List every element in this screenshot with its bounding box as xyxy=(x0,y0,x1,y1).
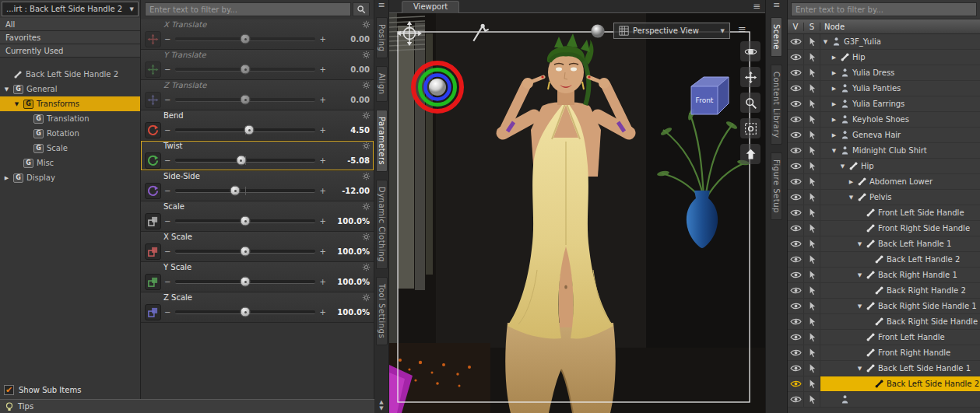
selection-cursor-icon[interactable] xyxy=(804,50,820,65)
slider-value[interactable]: -12.00 xyxy=(329,187,370,195)
scene-node-cell[interactable]: ▼Back Right Side Handle 1 xyxy=(820,299,980,313)
scene-node-row[interactable]: ▼Pelvis xyxy=(788,190,980,205)
slider-value[interactable]: 0.00 xyxy=(329,96,370,104)
group-tree-item[interactable]: GRotation xyxy=(0,126,140,141)
slider-track[interactable] xyxy=(175,250,314,254)
visibility-eye-icon[interactable] xyxy=(788,81,804,96)
scene-node-row[interactable]: Back Left Handle 2 xyxy=(788,252,980,268)
selection-cursor-icon[interactable] xyxy=(804,299,820,313)
visibility-eye-icon[interactable] xyxy=(788,361,804,376)
scene-node-cell[interactable]: Back Left Side Handle 2 xyxy=(820,376,980,391)
group-tree-item[interactable]: GScale xyxy=(0,141,140,156)
scene-node-row[interactable] xyxy=(788,392,980,408)
visibility-eye-icon[interactable] xyxy=(788,345,804,360)
collapse-icon[interactable]: ▼ xyxy=(3,86,10,93)
rotation-gizmo[interactable] xyxy=(413,63,462,111)
parameter-filter-input[interactable] xyxy=(145,2,351,16)
collapse-icon[interactable]: ▼ xyxy=(848,194,855,201)
view-selector-dropdown[interactable]: Perspective View ▼ xyxy=(613,23,730,39)
scene-node-cell[interactable]: ▶Yulia Earrings xyxy=(820,96,980,111)
scene-node-row[interactable]: ▶Geneva Hair xyxy=(788,128,980,143)
visibility-eye-icon[interactable] xyxy=(788,159,804,173)
selection-cursor-icon[interactable] xyxy=(804,392,820,407)
slider-value[interactable]: -5.08 xyxy=(329,156,370,165)
scene-node-row[interactable]: Front Right Side Handle xyxy=(788,221,980,236)
slider-increment-button[interactable]: + xyxy=(320,187,326,195)
expand-icon[interactable]: ▶ xyxy=(831,132,838,138)
scene-node-row[interactable]: ▼Back Right Handle 1 xyxy=(788,268,980,283)
gear-icon[interactable] xyxy=(362,202,371,211)
selection-cursor-icon[interactable] xyxy=(804,34,820,49)
scene-node-row[interactable]: ▼Hip xyxy=(788,159,980,174)
tab-parameters[interactable]: Parameters xyxy=(376,110,388,172)
group-tree-item[interactable]: ▼GGeneral xyxy=(0,82,140,96)
sidebar-item-favorites[interactable]: Favorites xyxy=(0,31,140,44)
scene-node-cell[interactable]: ▼G3F_Yulia xyxy=(820,34,980,49)
collapse-icon[interactable]: ▼ xyxy=(831,148,838,154)
scene-node-row[interactable]: ▶Yulia Dress xyxy=(788,65,980,81)
selection-cursor-icon[interactable] xyxy=(804,283,820,298)
slider-track[interactable] xyxy=(175,37,314,41)
scene-node-cell[interactable]: ▶Hip xyxy=(820,50,980,65)
column-selection[interactable]: S xyxy=(804,23,820,31)
visibility-eye-icon[interactable] xyxy=(788,392,804,407)
tab-dynamic-clothing[interactable]: Dynamic Clothing xyxy=(376,180,388,269)
gear-icon[interactable] xyxy=(362,233,371,241)
slider-handle[interactable] xyxy=(241,95,251,105)
slider-handle[interactable] xyxy=(230,186,241,196)
slider-increment-button[interactable]: + xyxy=(320,35,326,44)
slider-increment-button[interactable]: + xyxy=(320,126,326,135)
slider-track[interactable] xyxy=(175,310,314,314)
slider-handle[interactable] xyxy=(236,156,246,166)
orbit-icon[interactable] xyxy=(740,41,760,61)
slider-track[interactable] xyxy=(175,98,314,102)
gear-icon[interactable] xyxy=(362,293,371,302)
expand-icon[interactable]: ▶ xyxy=(848,179,855,185)
gear-icon[interactable] xyxy=(362,263,371,271)
scene-node-row[interactable]: ▶Hip xyxy=(788,50,980,65)
selection-cursor-icon[interactable] xyxy=(804,314,820,329)
tab-scene[interactable]: Scene xyxy=(771,17,782,57)
selection-cursor-icon[interactable] xyxy=(804,205,820,220)
selection-cursor-icon[interactable] xyxy=(804,268,820,282)
node-selection-tool-icon[interactable] xyxy=(470,23,492,44)
home-view-icon[interactable] xyxy=(740,144,760,164)
scene-node-row[interactable]: ▼G3F_Yulia xyxy=(788,34,980,50)
slider-handle[interactable] xyxy=(241,34,251,44)
collapse-icon[interactable]: ▼ xyxy=(856,303,863,310)
column-visibility[interactable]: V xyxy=(788,23,804,31)
scene-node-cell[interactable]: ▼Back Left Handle 1 xyxy=(820,236,980,251)
visibility-eye-icon[interactable] xyxy=(788,299,804,313)
slider-decrement-button[interactable]: − xyxy=(164,247,170,256)
selection-cursor-icon[interactable] xyxy=(804,65,820,80)
slider-decrement-button[interactable]: − xyxy=(164,96,170,104)
visibility-eye-icon[interactable] xyxy=(788,112,804,127)
expand-icon[interactable]: ▶ xyxy=(831,70,838,76)
tab-viewport[interactable]: Viewport xyxy=(402,1,459,13)
pan-icon[interactable] xyxy=(740,67,760,87)
show-sub-items-checkbox[interactable]: ✔ Show Sub Items xyxy=(4,385,81,395)
slider-decrement-button[interactable]: − xyxy=(164,35,170,44)
scroll-up-icon[interactable]: ▲ xyxy=(379,399,383,405)
scene-node-row[interactable]: Back Right Handle 2 xyxy=(788,283,980,299)
pane-menu-icon[interactable]: ≡ xyxy=(374,0,388,11)
collapse-icon[interactable]: ▼ xyxy=(839,163,846,170)
scene-node-row[interactable]: Front Left Side Handle xyxy=(788,205,980,221)
scene-node-cell[interactable]: ▶Geneva Hair xyxy=(820,128,980,142)
gear-icon[interactable] xyxy=(362,172,371,180)
slider-handle[interactable] xyxy=(241,216,251,226)
group-tree-item[interactable]: ▶GDisplay xyxy=(0,170,140,185)
gear-icon[interactable] xyxy=(362,20,371,29)
universal-manipulator-icon[interactable] xyxy=(395,19,423,47)
slider-decrement-button[interactable]: − xyxy=(164,187,170,195)
visibility-eye-icon[interactable] xyxy=(788,252,804,267)
slider-value[interactable]: 100.0% xyxy=(329,278,370,286)
slider-handle[interactable] xyxy=(241,277,251,287)
expand-icon[interactable]: ▶ xyxy=(3,175,10,181)
expand-icon[interactable]: ▶ xyxy=(831,54,838,61)
slider-decrement-button[interactable]: − xyxy=(164,126,170,135)
slider-value[interactable]: 100.0% xyxy=(329,217,370,226)
tab-align[interactable]: Align xyxy=(376,66,388,102)
pane-menu-icon[interactable]: ≡ xyxy=(753,1,760,12)
selection-cursor-icon[interactable] xyxy=(804,112,820,127)
